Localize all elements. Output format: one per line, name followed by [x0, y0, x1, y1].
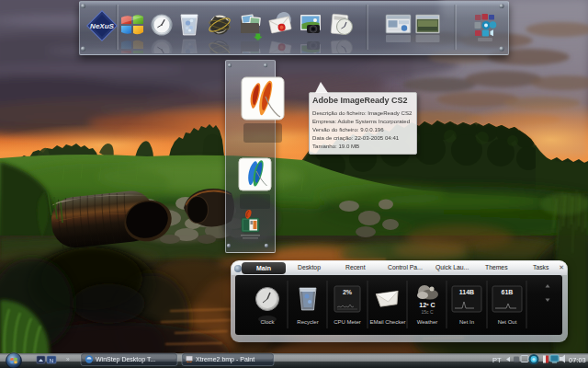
svg-text:PT: PT [492, 356, 502, 364]
svg-text:114B: 114B [459, 289, 474, 295]
svg-text:15c C: 15c C [421, 309, 433, 315]
svg-text:Xtreme2.bmp - Paint: Xtreme2.bmp - Paint [196, 356, 254, 363]
svg-text:2%: 2% [343, 289, 353, 295]
svg-text:CPU Meter: CPU Meter [334, 319, 361, 325]
svg-text:EMail Checker: EMail Checker [369, 319, 405, 325]
svg-text:N: N [50, 358, 53, 363]
svg-text:Recycler: Recycler [297, 319, 318, 325]
svg-text:Net Out: Net Out [498, 319, 517, 325]
svg-text:WinStep Desktop T...: WinStep Desktop T... [96, 356, 155, 363]
svg-text:12º C: 12º C [419, 302, 435, 308]
svg-text:Weather: Weather [417, 319, 438, 325]
svg-text:Net In: Net In [459, 319, 474, 325]
svg-text:NeXuS: NeXuS [90, 22, 114, 30]
svg-text:Clock: Clock [260, 319, 275, 325]
svg-text:61B: 61B [502, 289, 514, 295]
svg-text:07:03: 07:03 [569, 356, 586, 364]
svg-text:»: » [66, 356, 70, 362]
